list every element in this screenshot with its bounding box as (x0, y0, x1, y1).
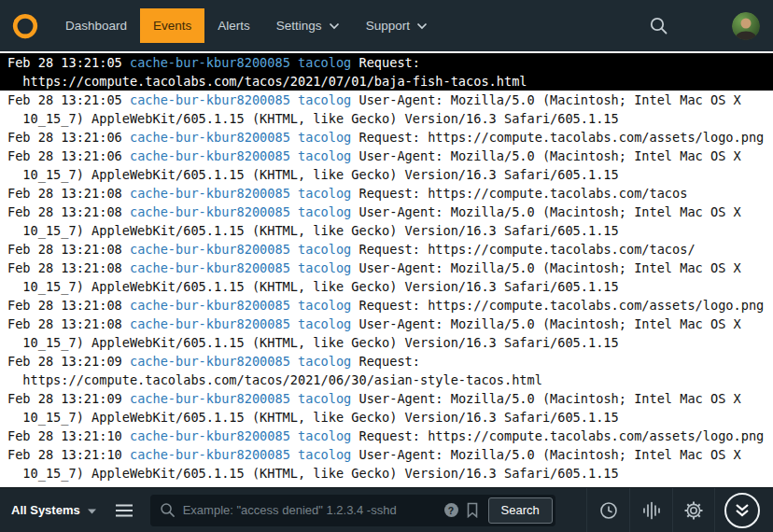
log-timestamp: Feb 28 13:21:08 (7, 316, 122, 331)
log-event-row[interactable]: Feb 28 13:21:09 cache-bur-kbur8200085 ta… (0, 389, 773, 427)
log-host-link[interactable]: cache-bur-kbur8200085 (130, 391, 290, 406)
log-program-link[interactable]: tacolog (298, 260, 351, 275)
help-icon[interactable]: ? (444, 503, 458, 517)
system-selector[interactable]: All Systems (11, 503, 105, 517)
log-timestamp: Feb 28 13:21:10 (7, 428, 122, 443)
log-event-row[interactable]: Feb 28 13:21:10 cache-bur-kbur8200085 ta… (0, 427, 773, 445)
search-bar: ? Search (150, 495, 555, 526)
log-timestamp: Feb 28 13:21:08 (7, 298, 122, 313)
log-program-link[interactable]: tacolog (298, 354, 351, 369)
bookmark-icon[interactable] (466, 502, 479, 518)
log-timestamp: Feb 28 13:21:06 (7, 130, 122, 145)
log-event-row[interactable]: Feb 28 13:21:08 cache-bur-kbur8200085 ta… (0, 184, 773, 203)
log-message: Request: https://compute.tacolabs.com/ta… (359, 242, 696, 257)
search-button[interactable]: Search (488, 497, 553, 524)
log-event-row[interactable]: Feb 28 13:21:08 cache-bur-kbur8200085 ta… (0, 240, 773, 259)
log-event-row[interactable]: Feb 28 13:21:06 cache-bur-kbur8200085 ta… (0, 128, 773, 147)
log-event-row[interactable]: Feb 28 13:21:10 cache-bur-kbur8200085 ta… (0, 445, 773, 483)
avatar[interactable] (732, 12, 760, 40)
search-icon (160, 502, 176, 518)
nav-item-support[interactable]: Support (353, 8, 441, 43)
log-timestamp: Feb 28 13:21:05 (7, 92, 122, 107)
caret-down-icon (88, 503, 96, 517)
chevron-down-icon (416, 22, 428, 30)
solarwinds-logo-icon[interactable] (11, 12, 39, 40)
log-program-link[interactable]: tacolog (298, 316, 351, 331)
nav-item-label: Settings (276, 19, 322, 33)
nav-item-settings[interactable]: Settings (263, 8, 353, 43)
settings-button[interactable] (672, 488, 715, 532)
log-timestamp: Feb 28 13:21:10 (7, 447, 122, 462)
log-message: Request: https://compute.tacolabs.com/as… (359, 428, 765, 443)
log-program-link[interactable]: tacolog (298, 92, 351, 107)
log-host-link[interactable]: cache-bur-kbur8200085 (130, 92, 290, 107)
log-program-link[interactable]: tacolog (298, 428, 351, 443)
log-event-row[interactable]: Feb 28 13:21:08 cache-bur-kbur8200085 ta… (0, 296, 773, 315)
nav-item-label: Support (366, 19, 410, 33)
footer-icon-group (586, 488, 715, 532)
log-event-row[interactable]: Feb 28 13:21:08 cache-bur-kbur8200085 ta… (0, 259, 773, 296)
log-event-row[interactable]: Feb 28 13:21:06 cache-bur-kbur8200085 ta… (0, 147, 773, 184)
log-program-link[interactable]: tacolog (298, 447, 351, 462)
log-timestamp: Feb 28 13:21:08 (7, 260, 122, 275)
log-host-link[interactable]: cache-bur-kbur8200085 (130, 148, 290, 163)
log-host-link[interactable]: cache-bur-kbur8200085 (130, 428, 290, 443)
log-timestamp: Feb 28 13:21:09 (7, 391, 122, 406)
log-message: Request: https://compute.tacolabs.com/as… (359, 130, 765, 145)
log-program-link[interactable]: tacolog (298, 55, 351, 70)
scroll-to-bottom-button[interactable] (724, 493, 760, 528)
log-timestamp: Feb 28 13:21:06 (7, 148, 122, 163)
log-host-link[interactable]: cache-bur-kbur8200085 (130, 298, 290, 313)
log-host-link[interactable]: cache-bur-kbur8200085 (130, 130, 290, 145)
log-host-link[interactable]: cache-bur-kbur8200085 (130, 242, 290, 257)
search-input[interactable] (183, 503, 437, 517)
log-timestamp: Feb 28 13:21:05 (7, 55, 122, 70)
menu-icon[interactable] (105, 503, 143, 518)
log-velocity-button[interactable] (629, 488, 672, 532)
log-program-link[interactable]: tacolog (298, 204, 351, 219)
nav-item-events[interactable]: Events (140, 8, 204, 43)
search-icon[interactable] (649, 16, 668, 35)
nav-item-label: Alerts (218, 19, 250, 33)
log-host-link[interactable]: cache-bur-kbur8200085 (130, 316, 290, 331)
log-timestamp: Feb 28 13:21:08 (7, 186, 122, 201)
log-program-link[interactable]: tacolog (298, 391, 351, 406)
log-timestamp: Feb 28 13:21:08 (7, 204, 122, 219)
log-program-link[interactable]: tacolog (298, 186, 351, 201)
top-nav: Dashboard Events Alerts Settings Support (0, 0, 773, 51)
gear-icon (683, 500, 704, 521)
log-host-link[interactable]: cache-bur-kbur8200085 (130, 354, 290, 369)
system-selector-label: All Systems (11, 503, 80, 517)
log-host-link[interactable]: cache-bur-kbur8200085 (130, 260, 290, 275)
log-program-link[interactable]: tacolog (298, 130, 351, 145)
help-icon-glyph: ? (448, 505, 454, 516)
log-event-row[interactable]: Feb 28 13:21:08 cache-bur-kbur8200085 ta… (0, 315, 773, 352)
clock-icon (598, 500, 619, 521)
log-view: Feb 28 13:21:05 cache-bur-kbur8200085 ta… (0, 51, 773, 487)
log-event-row[interactable]: Feb 28 13:21:08 cache-bur-kbur8200085 ta… (0, 203, 773, 240)
nav-item-label: Events (153, 19, 191, 33)
footer-toolbar: All Systems ? Search (0, 487, 773, 532)
time-jump-button[interactable] (586, 488, 629, 532)
main-nav: Dashboard Events Alerts Settings Support (52, 0, 441, 51)
nav-item-alerts[interactable]: Alerts (204, 8, 263, 43)
log-host-link[interactable]: cache-bur-kbur8200085 (130, 204, 290, 219)
log-program-link[interactable]: tacolog (298, 242, 351, 257)
double-chevron-down-icon (734, 503, 751, 517)
log-event-row[interactable]: Feb 28 13:21:05 cache-bur-kbur8200085 ta… (0, 53, 773, 91)
log-program-link[interactable]: tacolog (298, 298, 351, 313)
waveform-icon (641, 500, 662, 521)
log-timestamp: Feb 28 13:21:08 (7, 242, 122, 257)
log-host-link[interactable]: cache-bur-kbur8200085 (130, 447, 290, 462)
log-event-row[interactable]: Feb 28 13:21:09 cache-bur-kbur8200085 ta… (0, 352, 773, 389)
log-timestamp: Feb 28 13:21:09 (7, 354, 122, 369)
top-nav-right (649, 12, 773, 40)
log-message: Request: https://compute.tacolabs.com/as… (359, 298, 765, 313)
nav-item-label: Dashboard (65, 19, 127, 33)
chevron-down-icon (329, 22, 340, 30)
log-event-row[interactable]: Feb 28 13:21:05 cache-bur-kbur8200085 ta… (0, 91, 773, 128)
log-host-link[interactable]: cache-bur-kbur8200085 (130, 186, 290, 201)
log-program-link[interactable]: tacolog (298, 148, 351, 163)
log-host-link[interactable]: cache-bur-kbur8200085 (130, 55, 290, 70)
nav-item-dashboard[interactable]: Dashboard (52, 8, 140, 43)
